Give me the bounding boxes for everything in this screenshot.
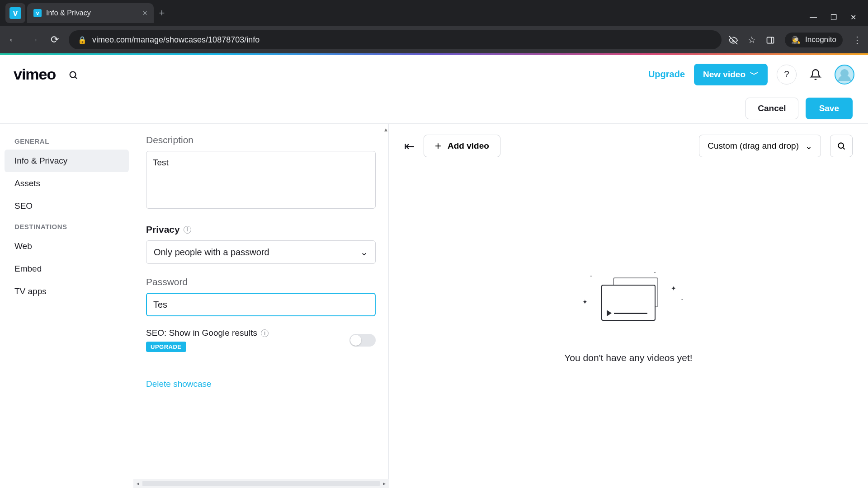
tab-close-icon[interactable]: ×: [142, 9, 147, 18]
delete-showcase-link[interactable]: Delete showcase: [146, 379, 212, 389]
sidebar-item-tv-apps[interactable]: TV apps: [5, 280, 129, 303]
panel-icon[interactable]: [766, 35, 775, 45]
svg-point-2: [70, 71, 76, 77]
svg-line-3: [75, 77, 77, 79]
cancel-button[interactable]: Cancel: [745, 98, 798, 119]
tab-title: Info & Privacy: [46, 9, 91, 17]
seo-toggle[interactable]: [349, 334, 376, 347]
eye-off-icon[interactable]: [729, 35, 738, 45]
sidebar-heading-general: GENERAL: [5, 132, 129, 150]
help-button[interactable]: ?: [777, 65, 797, 84]
info-icon[interactable]: i: [184, 226, 191, 234]
avatar[interactable]: [835, 65, 854, 84]
browser-tabstrip: v v Info & Privacy × + ― ❐ ✕: [0, 0, 868, 26]
sort-value: Custom (drag and drop): [708, 141, 799, 151]
action-bar: Cancel Save: [0, 94, 868, 123]
upgrade-link[interactable]: Upgrade: [648, 69, 685, 80]
collapse-left-icon[interactable]: ⇤: [404, 139, 415, 154]
browser-toolbar: ← → ⟳ 🔒 vimeo.com/manage/showcases/10878…: [0, 26, 868, 53]
nav-forward-icon: →: [27, 34, 41, 46]
sidebar-item-web[interactable]: Web: [5, 235, 129, 258]
chevron-down-icon: ﹀: [750, 69, 759, 80]
preview-panel: ⇤ + Add video Custom (drag and drop) ⌄ ✦…: [389, 124, 868, 488]
search-icon[interactable]: [68, 69, 78, 80]
window-minimize-icon[interactable]: ―: [810, 13, 817, 22]
add-video-button[interactable]: + Add video: [424, 135, 500, 157]
browser-tab[interactable]: v Info & Privacy ×: [27, 3, 154, 23]
info-icon[interactable]: i: [261, 329, 269, 337]
address-bar[interactable]: 🔒 vimeo.com/manage/showcases/10878703/in…: [69, 30, 722, 49]
incognito-label: Incognito: [805, 35, 836, 44]
sidebar: GENERAL Info & Privacy Assets SEO DESTIN…: [0, 124, 133, 488]
upgrade-badge[interactable]: UPGRADE: [146, 342, 186, 352]
browser-menu-icon[interactable]: ⋮: [853, 34, 862, 45]
empty-state-text: You don't have any videos yet!: [564, 352, 692, 363]
bookmark-star-icon[interactable]: ☆: [748, 34, 756, 45]
url-text: vimeo.com/manage/showcases/10878703/info: [92, 35, 259, 45]
empty-state: ✦ ✦ • • • You don't have any videos yet!: [404, 157, 853, 477]
privacy-label: Privacy i: [146, 224, 376, 235]
form-panel: ▴ Description Privacy i Only people with…: [133, 124, 389, 488]
plus-icon: +: [435, 140, 441, 152]
preview-search-button[interactable]: [830, 135, 853, 157]
nav-reload-icon[interactable]: ⟳: [48, 34, 61, 46]
scroll-up-arrow-icon[interactable]: ▴: [384, 126, 387, 133]
incognito-badge[interactable]: 🕵️ Incognito: [785, 33, 843, 47]
vimeo-favicon-icon: v: [9, 7, 21, 19]
chevron-down-icon: ⌄: [805, 141, 812, 151]
sidebar-heading-destinations: DESTINATIONS: [5, 217, 129, 235]
privacy-select[interactable]: Only people with a password ⌄: [146, 240, 376, 264]
app-favicon-box: v: [5, 3, 25, 23]
seo-toggle-label: SEO: Show in Google results i: [146, 328, 269, 338]
privacy-value: Only people with a password: [154, 247, 269, 258]
sidebar-item-seo[interactable]: SEO: [5, 195, 129, 217]
password-input[interactable]: [146, 293, 376, 316]
tab-favicon-icon: v: [33, 9, 42, 17]
password-label: Password: [146, 277, 376, 287]
new-video-button[interactable]: New video ﹀: [694, 64, 768, 85]
window-maximize-icon[interactable]: ❐: [830, 13, 837, 22]
sidebar-item-assets[interactable]: Assets: [5, 172, 129, 195]
empty-illustration-icon: ✦ ✦ • • •: [588, 271, 669, 334]
vimeo-logo[interactable]: vimeo: [14, 66, 56, 83]
save-button[interactable]: Save: [806, 98, 853, 119]
main-content: GENERAL Info & Privacy Assets SEO DESTIN…: [0, 123, 868, 488]
sort-dropdown[interactable]: Custom (drag and drop) ⌄: [699, 135, 821, 157]
new-video-label: New video: [703, 70, 745, 80]
sidebar-item-embed[interactable]: Embed: [5, 258, 129, 280]
app-header: vimeo Upgrade New video ﹀ ?: [0, 55, 868, 94]
scrollbar-track[interactable]: [142, 481, 380, 486]
site-lock-icon[interactable]: 🔒: [78, 36, 87, 44]
add-video-label: Add video: [448, 141, 489, 151]
description-input[interactable]: [146, 151, 376, 209]
svg-point-4: [838, 143, 844, 148]
incognito-icon: 🕵️: [791, 35, 801, 45]
chevron-down-icon: ⌄: [360, 247, 368, 258]
notifications-icon[interactable]: [806, 65, 826, 84]
scroll-left-arrow-icon[interactable]: ◂: [133, 480, 142, 487]
description-label: Description: [146, 135, 376, 145]
svg-rect-0: [767, 38, 774, 43]
nav-back-icon[interactable]: ←: [6, 34, 20, 46]
window-close-icon[interactable]: ✕: [850, 13, 856, 22]
horizontal-scrollbar[interactable]: ◂ ▸: [133, 479, 389, 488]
scroll-right-arrow-icon[interactable]: ▸: [380, 480, 389, 487]
new-tab-button[interactable]: +: [154, 5, 170, 21]
svg-line-5: [843, 148, 845, 150]
sidebar-item-info-privacy[interactable]: Info & Privacy: [5, 150, 129, 172]
